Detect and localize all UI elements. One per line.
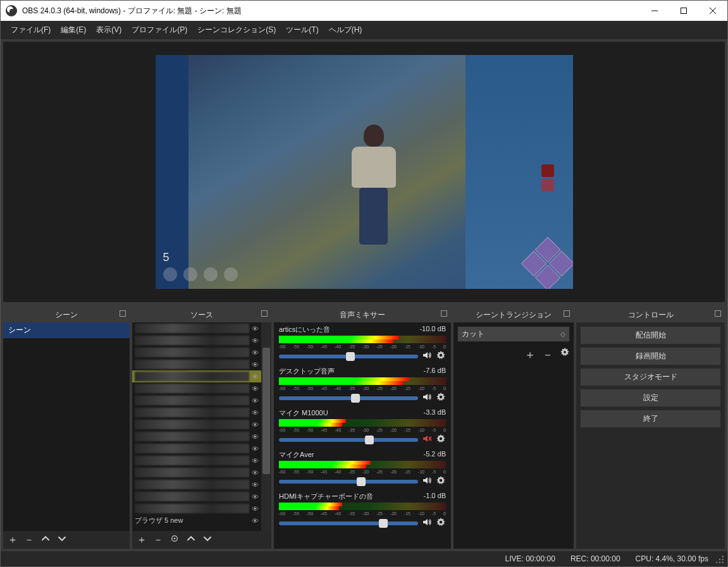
source-up-button[interactable] bbox=[185, 534, 197, 546]
start-recording-button[interactable]: 録画開始 bbox=[580, 347, 721, 365]
scene-up-button[interactable] bbox=[40, 534, 51, 546]
channel-name: デスクトップ音声 bbox=[279, 367, 335, 376]
speaker-icon[interactable] bbox=[422, 475, 432, 488]
visibility-icon[interactable]: 👁 bbox=[252, 445, 259, 453]
titlebar: OBS 24.0.3 (64-bit, windows) - プロファイル: 無… bbox=[1, 1, 727, 21]
visibility-icon[interactable]: 👁 bbox=[252, 457, 259, 465]
visibility-icon[interactable]: 👁 bbox=[252, 517, 259, 525]
source-row[interactable]: 👁🔒 bbox=[132, 358, 271, 370]
lock-icon[interactable]: 🔒 bbox=[261, 493, 269, 501]
source-row[interactable]: 👁🔒 bbox=[132, 382, 271, 394]
source-row[interactable]: ブラウザ 5 new👁🔒 bbox=[132, 515, 271, 527]
visibility-icon[interactable]: 👁 bbox=[252, 361, 259, 369]
speaker-icon[interactable] bbox=[422, 350, 432, 363]
start-streaming-button[interactable]: 配信開始 bbox=[580, 326, 721, 344]
minimize-button[interactable] bbox=[640, 1, 669, 21]
menu-edit[interactable]: 編集(E) bbox=[56, 21, 91, 39]
lock-icon[interactable]: 🔒 bbox=[261, 517, 269, 525]
visibility-icon[interactable]: 👁 bbox=[252, 481, 259, 489]
speaker-icon[interactable] bbox=[422, 392, 432, 405]
status-cpu: CPU: 4.4%, 30.00 fps bbox=[636, 554, 708, 563]
source-row[interactable]: 👁🔒 bbox=[132, 503, 271, 515]
lock-icon[interactable]: 🔒 bbox=[261, 337, 269, 344]
source-properties-button[interactable] bbox=[169, 534, 180, 546]
scene-down-button[interactable] bbox=[56, 534, 68, 546]
visibility-icon[interactable]: 👁 bbox=[252, 505, 259, 513]
gear-icon[interactable] bbox=[436, 434, 446, 446]
transition-properties-button[interactable] bbox=[560, 347, 570, 362]
volume-slider[interactable] bbox=[279, 480, 418, 484]
visibility-icon[interactable]: 👁 bbox=[252, 385, 259, 393]
popout-icon[interactable] bbox=[261, 310, 268, 317]
exit-button[interactable]: 終了 bbox=[580, 410, 721, 428]
preview-canvas[interactable]: 5 bbox=[156, 55, 573, 289]
remove-source-button[interactable]: － bbox=[152, 533, 164, 547]
lock-icon[interactable]: 🔒 bbox=[261, 481, 269, 489]
resize-grip-icon[interactable] bbox=[715, 555, 724, 566]
source-row[interactable]: 👁🔒 bbox=[132, 491, 271, 503]
mute-icon[interactable] bbox=[422, 434, 432, 446]
source-row[interactable]: 👁🔒 bbox=[132, 454, 271, 466]
visibility-icon[interactable]: 👁 bbox=[252, 493, 259, 501]
gear-icon[interactable] bbox=[436, 517, 446, 530]
source-down-button[interactable] bbox=[202, 534, 213, 546]
menu-view[interactable]: 表示(V) bbox=[91, 21, 126, 39]
popout-icon[interactable] bbox=[715, 310, 721, 317]
add-transition-button[interactable]: ＋ bbox=[524, 347, 536, 362]
menu-help[interactable]: ヘルプ(H) bbox=[324, 21, 367, 39]
settings-button[interactable]: 設定 bbox=[580, 389, 721, 407]
visibility-icon[interactable]: 👁 bbox=[252, 373, 259, 381]
studio-mode-button[interactable]: スタジオモード bbox=[580, 368, 721, 386]
menu-profile[interactable]: プロファイル(P) bbox=[126, 21, 192, 39]
visibility-icon[interactable]: 👁 bbox=[252, 349, 259, 357]
visibility-icon[interactable]: 👁 bbox=[252, 337, 259, 344]
visibility-icon[interactable]: 👁 bbox=[252, 433, 259, 441]
volume-slider[interactable] bbox=[279, 355, 418, 358]
volume-slider[interactable] bbox=[279, 438, 418, 442]
menu-tools[interactable]: ツール(T) bbox=[281, 21, 323, 39]
menu-file[interactable]: ファイル(F) bbox=[6, 21, 56, 39]
popout-icon[interactable] bbox=[120, 310, 126, 317]
lock-icon[interactable]: 🔒 bbox=[261, 325, 269, 332]
lock-icon[interactable]: 🔒 bbox=[261, 505, 269, 513]
remove-scene-button[interactable]: － bbox=[23, 533, 35, 547]
popout-icon[interactable] bbox=[564, 310, 570, 317]
gear-icon[interactable] bbox=[436, 350, 446, 363]
close-button[interactable] bbox=[698, 1, 727, 21]
scene-item[interactable]: シーン bbox=[3, 322, 130, 338]
add-scene-button[interactable]: ＋ bbox=[7, 533, 18, 547]
visibility-icon[interactable]: 👁 bbox=[252, 409, 259, 417]
source-row[interactable]: 👁🔒 bbox=[132, 406, 271, 418]
source-row[interactable]: 👁🔒 bbox=[132, 479, 271, 491]
speaker-icon[interactable] bbox=[422, 517, 432, 530]
source-row[interactable]: 👁🔒 bbox=[132, 442, 271, 454]
popout-icon[interactable] bbox=[441, 310, 447, 317]
visibility-icon[interactable]: 👁 bbox=[252, 397, 259, 405]
sources-list[interactable]: 👁🔒👁🔒👁🔒👁🔒👁🔒👁🔒👁🔒👁🔒👁🔒👁🔒👁🔒👁🔒👁🔒👁🔒👁🔒👁🔒ブラウザ 5 n… bbox=[132, 322, 271, 531]
maximize-button[interactable] bbox=[669, 1, 698, 21]
source-row[interactable]: 👁🔒 bbox=[132, 418, 271, 430]
volume-slider[interactable] bbox=[279, 521, 418, 525]
scrollbar-thumb[interactable] bbox=[262, 348, 270, 474]
visibility-icon[interactable]: 👁 bbox=[252, 325, 259, 332]
scenes-list[interactable]: シーン bbox=[3, 322, 130, 531]
svg-point-15 bbox=[716, 562, 717, 563]
transition-select[interactable]: カット ◇ bbox=[457, 326, 570, 342]
source-row[interactable]: 👁🔒 bbox=[132, 430, 271, 442]
volume-slider[interactable] bbox=[279, 396, 418, 400]
source-row[interactable]: 👁🔒 bbox=[132, 466, 271, 479]
gear-icon[interactable] bbox=[436, 475, 446, 488]
source-row[interactable]: 👁🔒 bbox=[132, 334, 271, 346]
source-row[interactable]: 👁🔒 bbox=[132, 394, 271, 406]
source-row[interactable]: 👁🔒 bbox=[132, 370, 271, 382]
add-source-button[interactable]: ＋ bbox=[136, 533, 147, 547]
menu-scene-collection[interactable]: シーンコレクション(S) bbox=[192, 21, 281, 39]
visibility-icon[interactable]: 👁 bbox=[252, 421, 259, 429]
channel-name: マイク M1000U bbox=[279, 408, 328, 418]
remove-transition-button[interactable]: － bbox=[542, 347, 553, 362]
gear-icon[interactable] bbox=[436, 392, 446, 405]
source-row[interactable]: 👁🔒 bbox=[132, 322, 271, 334]
scenes-panel: シーン シーン ＋ － bbox=[3, 307, 130, 549]
visibility-icon[interactable]: 👁 bbox=[252, 469, 259, 477]
source-row[interactable]: 👁🔒 bbox=[132, 346, 271, 358]
